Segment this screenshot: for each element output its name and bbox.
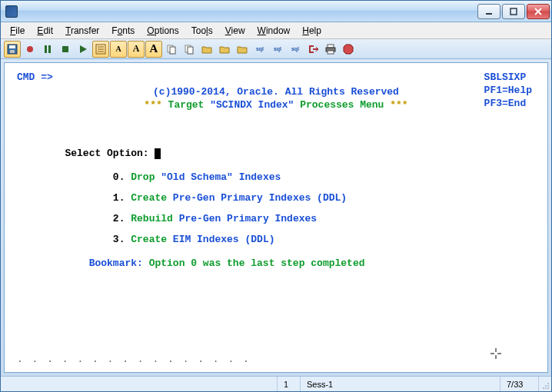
minimize-icon (485, 8, 493, 15)
opt0-desc: "Old Schema" Indexes (161, 171, 281, 183)
stop-button[interactable] (57, 41, 74, 58)
opt3-desc: EIM Indexes (DDL) (173, 234, 275, 245)
pause-icon (42, 44, 53, 55)
copyright-line: (c)1990-2014, Oracle. All Rights Reserve… (153, 86, 399, 98)
opt0-num: 0. (113, 171, 125, 183)
status-session: Sess-1 (301, 377, 500, 391)
font-small-button[interactable]: A (110, 41, 127, 58)
cmd-prompt[interactable]: CMD => (17, 71, 53, 83)
print-button[interactable] (322, 41, 339, 58)
window-controls (477, 4, 550, 19)
stars-right: *** (390, 99, 407, 111)
svg-marker-11 (80, 45, 87, 53)
target-post: Processes Menu (294, 99, 390, 111)
target-quoted: "SCINDX Index" (210, 99, 294, 111)
terminal-container: CMD => (c)1990-2014, Oracle. All Rights … (1, 59, 551, 376)
menu-file[interactable]: File (4, 24, 31, 38)
maximize-icon (510, 8, 517, 15)
font-large-button[interactable]: A (145, 41, 162, 58)
close-button[interactable] (527, 4, 550, 19)
app-icon (5, 5, 18, 18)
record-button[interactable] (22, 41, 38, 58)
menu-window[interactable]: Window (251, 24, 297, 38)
svg-rect-22 (328, 51, 334, 54)
open1-button[interactable] (198, 41, 215, 58)
stop-icon (60, 44, 71, 55)
svg-rect-9 (48, 45, 51, 53)
toolbar: A A A sql sql sql (1, 39, 551, 59)
terminal-screen[interactable]: CMD => (c)1990-2014, Oracle. All Rights … (4, 62, 548, 373)
menu-tools[interactable]: Tools (185, 24, 219, 38)
copy2-button[interactable] (181, 41, 198, 58)
sql1-button[interactable]: sql (251, 41, 268, 58)
menu-transfer[interactable]: Transfer (59, 24, 105, 38)
pf1-help: PF1=Help (484, 84, 532, 97)
play-button[interactable] (75, 41, 91, 58)
menu-help[interactable]: Help (296, 24, 328, 38)
font-medium-button[interactable]: A (128, 41, 145, 58)
settings-icon (95, 44, 106, 55)
svg-rect-19 (188, 47, 193, 54)
status-position: 7/33 (500, 377, 539, 391)
menu-fonts[interactable]: Fonts (105, 24, 141, 38)
copy-icon (184, 44, 195, 55)
open3-button[interactable] (234, 41, 251, 58)
resize-grip[interactable] (539, 377, 551, 391)
text-cursor[interactable] (155, 148, 161, 159)
svg-point-7 (27, 46, 33, 52)
open-icon (237, 44, 248, 55)
svg-point-33 (547, 387, 549, 389)
copy-icon (166, 44, 177, 55)
menubar: File Edit Transfer Fonts Options Tools V… (1, 22, 551, 39)
opt0-action[interactable]: Drop (131, 171, 161, 183)
svg-rect-20 (328, 45, 334, 48)
svg-rect-1 (510, 8, 517, 15)
bookmark-text: Option 0 was the last step completed (149, 257, 365, 269)
print-icon (325, 44, 336, 55)
opt1-action[interactable]: Create (131, 192, 173, 204)
svg-point-29 (545, 385, 547, 387)
status-number: 1 (278, 377, 301, 391)
bookmark-label: Bookmark: (89, 257, 149, 269)
svg-point-30 (547, 385, 549, 387)
open-icon (219, 44, 230, 55)
crosshair-cursor (490, 348, 501, 363)
program-id: SBLSIXP (484, 71, 532, 84)
open-icon (201, 44, 212, 55)
exit-button[interactable] (304, 41, 321, 58)
floppy-button[interactable] (4, 41, 21, 58)
floppy-icon (7, 44, 18, 55)
top-right-info: SBLSIXP PF1=Help PF3=End (484, 71, 532, 110)
grip-icon (542, 382, 550, 390)
menu-view[interactable]: View (219, 24, 251, 38)
settings-button[interactable] (92, 41, 109, 58)
svg-rect-6 (10, 50, 15, 53)
svg-rect-8 (45, 45, 47, 53)
close-icon (534, 8, 542, 15)
sql-icon: sql (291, 46, 299, 51)
sql2-button[interactable]: sql (269, 41, 286, 58)
opt3-action[interactable]: Create (131, 234, 173, 245)
opt2-num: 2. (113, 213, 125, 224)
minimize-button[interactable] (477, 4, 500, 19)
svg-marker-23 (344, 45, 353, 54)
titlebar[interactable] (1, 1, 551, 22)
sql-icon: sql (274, 46, 281, 51)
copy1-button[interactable] (163, 41, 180, 58)
stop-icon (343, 44, 354, 55)
open2-button[interactable] (216, 41, 233, 58)
play-icon (78, 44, 88, 55)
svg-point-31 (543, 387, 544, 389)
pf3-end: PF3=End (484, 97, 532, 110)
menu-options[interactable]: Options (141, 24, 185, 38)
opt2-action[interactable]: Rebuild (131, 213, 178, 224)
app-window: File Edit Transfer Fonts Options Tools V… (0, 0, 552, 392)
pause-button[interactable] (39, 41, 56, 58)
stars-left: *** (144, 99, 161, 111)
svg-point-28 (547, 383, 549, 384)
stop2-button[interactable] (340, 41, 357, 58)
menu-edit[interactable]: Edit (31, 24, 59, 38)
maximize-button[interactable] (502, 4, 525, 19)
opt3-num: 3. (113, 234, 125, 245)
sql3-button[interactable]: sql (287, 41, 304, 58)
